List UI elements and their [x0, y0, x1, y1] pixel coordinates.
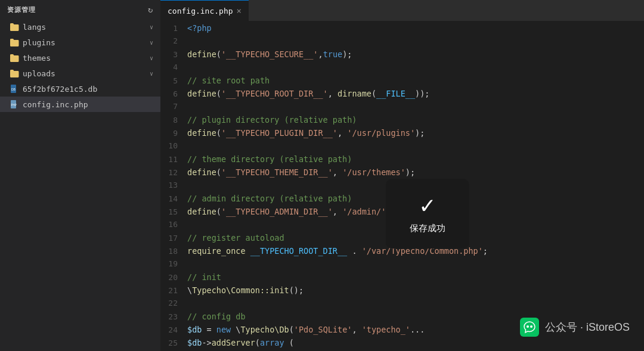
folder-icon [10, 69, 19, 78]
sidebar-item-plugins-label: plugins [23, 38, 55, 47]
chevron-down-icon: ∨ [150, 70, 153, 77]
code-line: 10 [160, 141, 644, 154]
save-success-toast: ✓ 保存成功 [386, 179, 469, 249]
code-line: 11 // theme directory (relative path) [160, 154, 644, 167]
svg-point-5 [530, 325, 532, 328]
code-line: 5 // site root path [160, 76, 644, 89]
sidebar-item-db-label: 65f2bf672e1c5.db [23, 85, 97, 94]
tab-label: config.inc.php [168, 7, 233, 15]
svg-text:DB: DB [11, 88, 16, 91]
sidebar-item-db[interactable]: DB 65f2bf672e1c5.db [0, 81, 160, 97]
toast-overlay: ✓ 保存成功 [386, 179, 469, 249]
editor-area: config.inc.php × 1 <?php 2 3 define('__T… [160, 0, 644, 351]
tab-config[interactable]: config.inc.php × [160, 0, 249, 21]
chevron-down-icon: ∨ [150, 55, 153, 61]
code-line: 9 define('__TYPECHO_PLUGIN_DIR__', '/usr… [160, 128, 644, 141]
watermark-text: 公众号 · iStoreOS [545, 320, 630, 334]
sidebar-item-config-label: config.inc.php [23, 100, 88, 109]
chevron-down-icon: ∨ [150, 39, 153, 46]
folder-icon [10, 22, 19, 32]
refresh-icon[interactable]: ↻ [148, 5, 153, 14]
svg-text:PHP: PHP [11, 104, 17, 107]
code-line: 4 [160, 63, 644, 76]
chevron-down-icon: ∨ [150, 24, 153, 30]
code-line: 7 [160, 102, 644, 115]
code-line: 19 [160, 259, 644, 272]
code-line: 22 [160, 299, 644, 312]
sidebar-item-themes[interactable]: themes ∨ [0, 50, 160, 66]
code-line: 6 define('__TYPECHO_ROOT_DIR__', dirname… [160, 89, 644, 102]
tab-bar: config.inc.php × [160, 0, 644, 21]
code-editor[interactable]: 1 <?php 2 3 define('__TYPECHO_SECURE__',… [160, 21, 644, 351]
code-line: 25 $db->addServer(array ( [160, 338, 644, 351]
code-line: 8 // plugin directory (relative path) [160, 115, 644, 128]
tab-close-icon[interactable]: × [237, 7, 242, 15]
toast-message: 保存成功 [410, 223, 445, 234]
code-line: 20 // init [160, 272, 644, 285]
watermark: 公众号 · iStoreOS [520, 318, 630, 337]
file-db-icon: DB [10, 84, 19, 94]
svg-point-4 [527, 325, 529, 328]
code-line: 21 \Typecho\Common::init(); [160, 285, 644, 299]
sidebar-title: 资源管理 [7, 5, 36, 14]
sidebar-item-config[interactable]: PHP config.inc.php [0, 97, 160, 112]
checkmark-icon: ✓ [420, 193, 434, 217]
sidebar-item-themes-label: themes [23, 54, 51, 63]
wechat-icon [520, 318, 539, 337]
sidebar-item-uploads-label: uploads [23, 69, 55, 78]
code-line: 1 <?php [160, 23, 644, 36]
file-php-icon: PHP [10, 100, 19, 109]
folder-icon [10, 38, 19, 47]
sidebar-item-langs-label: langs [23, 23, 46, 32]
sidebar-item-uploads[interactable]: uploads ∨ [0, 66, 160, 81]
sidebar: 资源管理 ↻ langs ∨ plugins ∨ themes ∨ [0, 0, 160, 351]
code-line: 3 define('__TYPECHO_SECURE__',true); [160, 49, 644, 63]
sidebar-item-langs[interactable]: langs ∨ [0, 19, 160, 35]
sidebar-item-plugins[interactable]: plugins ∨ [0, 35, 160, 50]
sidebar-header: 资源管理 ↻ [0, 0, 160, 19]
folder-icon [10, 53, 19, 63]
code-line: 2 [160, 36, 644, 49]
